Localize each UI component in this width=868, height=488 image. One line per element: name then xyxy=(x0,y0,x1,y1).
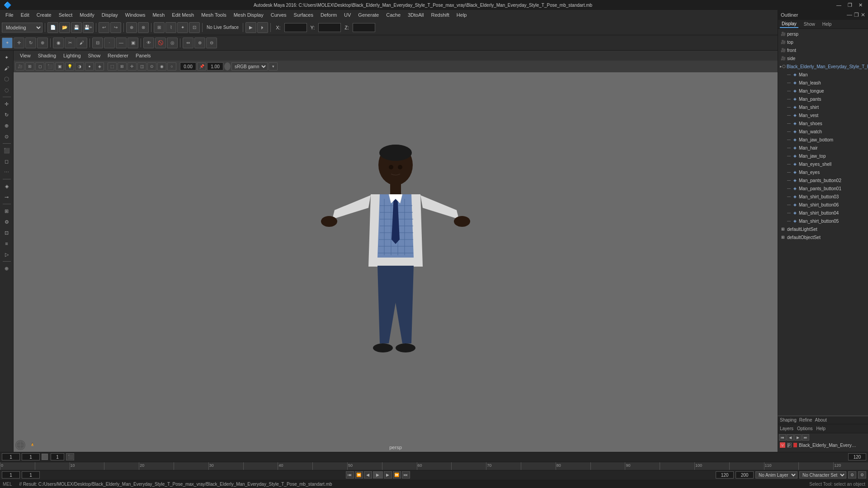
outliner-item-pants-btn02[interactable]: ◈ Man_pants_button02 xyxy=(778,176,868,184)
minimize-button[interactable]: — xyxy=(835,2,843,8)
char-set-settings-button[interactable]: ⚙ xyxy=(858,471,866,479)
outliner-item-man-hair[interactable]: ◈ Man_hair xyxy=(778,144,868,152)
menu-redshift[interactable]: Redshift xyxy=(427,11,453,19)
layer-tab-layers[interactable]: Layers xyxy=(780,426,793,431)
layer-next-next-button[interactable]: ⏭ xyxy=(802,434,809,441)
next-key-button[interactable]: ⏩ xyxy=(393,471,401,479)
window-controls[interactable]: — ❐ ✕ xyxy=(835,2,864,8)
timeline-current2-input[interactable] xyxy=(51,453,64,460)
snap-grid-button[interactable]: ⊞ xyxy=(154,22,165,33)
bottom-tool-side[interactable]: ⊕ xyxy=(2,263,12,273)
workspace-dropdown[interactable]: Modeling xyxy=(2,23,42,33)
outliner-item-default-light-set[interactable]: ⊞ defaultLightSet xyxy=(778,225,868,233)
brush-tool-side[interactable]: ◌ xyxy=(2,85,12,95)
outliner-tab-help[interactable]: Help xyxy=(821,21,834,28)
vert-mode-button[interactable]: · xyxy=(104,38,115,48)
layer-tab-options[interactable]: Options xyxy=(797,426,812,431)
obj-mode-button[interactable]: ⊟ xyxy=(92,38,103,48)
timeline-range-start-input[interactable] xyxy=(2,471,20,479)
ipr-render-button[interactable]: ⏵ xyxy=(257,22,268,33)
viewport-renderer-menu[interactable]: Renderer xyxy=(104,52,132,59)
viewport-shading-menu[interactable]: Shading xyxy=(34,52,60,59)
bridge-tool-side[interactable]: ⋯ xyxy=(2,167,12,177)
vt-camera-btn[interactable]: 🎥 xyxy=(15,62,24,70)
viewport-view-menu[interactable]: View xyxy=(16,52,34,59)
grid-tool-side[interactable]: ⊞ xyxy=(2,206,12,216)
save-as-button[interactable]: 💾+ xyxy=(83,22,94,33)
outliner-item-group[interactable]: ▸ ⬡ Black_Elderly_Man_Everyday_Style_T_P… xyxy=(778,62,868,70)
vt-aa-btn[interactable]: ◈ xyxy=(95,62,104,70)
timeline-current-input[interactable] xyxy=(22,453,40,460)
show-all-button[interactable]: 👁 xyxy=(143,38,154,48)
outliner-item-man-jaw-bottom[interactable]: ◈ Man_jaw_bottom xyxy=(778,136,868,144)
select-mode-button[interactable]: ⊕ xyxy=(126,22,137,33)
menu-cache[interactable]: Cache xyxy=(382,11,404,19)
soft-select-button[interactable]: ◉ xyxy=(53,38,64,48)
undo-button[interactable]: ↩ xyxy=(99,22,109,33)
menu-windows[interactable]: Windows xyxy=(122,11,149,19)
outliner-item-man-pants[interactable]: ◈ Man_pants xyxy=(778,95,868,103)
menu-uv[interactable]: UV xyxy=(340,11,354,19)
outliner-close-button[interactable]: ✕ xyxy=(861,12,865,18)
outliner-dock-button[interactable]: ❐ xyxy=(854,12,859,18)
extrude-tool-side[interactable]: ⬛ xyxy=(2,145,12,155)
rotate-tool-side[interactable]: ↻ xyxy=(2,110,12,120)
outliner-tab-display[interactable]: Display xyxy=(780,20,798,28)
select-tool-side[interactable]: ✦ xyxy=(2,52,12,62)
layer-visibility[interactable]: V xyxy=(780,442,785,448)
layer-next-button[interactable]: ▶ xyxy=(794,434,802,441)
vt-isolate-btn[interactable]: ⊙ xyxy=(147,62,156,70)
vt-smooth-btn[interactable]: ⬛ xyxy=(45,62,54,70)
vt-ao-btn[interactable]: ● xyxy=(85,62,94,70)
menu-edit-mesh[interactable]: Edit Mesh xyxy=(168,11,198,19)
viewport-lighting-menu[interactable]: Lighting xyxy=(60,52,85,59)
menu-deform[interactable]: Deform xyxy=(317,11,340,19)
lasso-select-button[interactable]: ⊗ xyxy=(138,22,149,33)
outliner-item-shirt-btn05[interactable]: ◈ Man_shirt_button05 xyxy=(778,217,868,225)
maximize-button[interactable]: ❐ xyxy=(846,2,854,8)
paint-tool-side[interactable]: 🖌 xyxy=(2,63,12,73)
move-tool-button[interactable]: ✛ xyxy=(14,38,24,48)
outliner-item-top[interactable]: 🎥 top xyxy=(778,38,868,46)
settings-tool-side[interactable]: ⚙ xyxy=(2,217,12,227)
menu-select[interactable]: Select xyxy=(55,11,76,19)
menu-3dtoall[interactable]: 3DtoAll xyxy=(404,11,427,19)
outliner-item-man-eyes[interactable]: ◈ Man_eyes xyxy=(778,168,868,176)
menu-help[interactable]: Help xyxy=(453,11,471,19)
outliner-item-man-vest[interactable]: ◈ Man_vest xyxy=(778,111,868,119)
bottom-tab-about[interactable]: About xyxy=(815,418,827,422)
vt-color-mgr-btn[interactable] xyxy=(224,62,231,70)
go-end-button[interactable]: ⏭ xyxy=(402,471,410,479)
outliner-item-front[interactable]: 🎥 front xyxy=(778,46,868,54)
deform-tool-side[interactable]: ⊸ xyxy=(2,192,12,202)
play-button[interactable]: ▶ xyxy=(373,471,383,479)
timeline-ruler[interactable]: (function() { const ruler = document.get… xyxy=(0,462,868,470)
outliner-item-man-leash[interactable]: ◈ Man_leash xyxy=(778,79,868,87)
timeline-out-range-input[interactable] xyxy=(736,471,754,479)
vt-wireframe2-btn[interactable]: ⬚ xyxy=(108,62,117,70)
rotate-tool-button[interactable]: ↻ xyxy=(25,38,36,48)
isolate-button[interactable]: ◎ xyxy=(167,38,178,48)
menu-edit[interactable]: Edit xyxy=(17,11,33,19)
layer-prev-prev-button[interactable]: ⏮ xyxy=(779,434,786,441)
vt-cam-btn2[interactable]: ○ xyxy=(167,62,176,70)
menu-modify[interactable]: Modify xyxy=(76,11,98,19)
crease-tool-side[interactable]: ◈ xyxy=(2,181,12,191)
vt-value2-input[interactable] xyxy=(207,62,223,70)
vt-manip-btn[interactable]: ✛ xyxy=(127,62,137,70)
layout-tool-side[interactable]: ⊡ xyxy=(2,228,12,238)
sculpt-tool-side[interactable]: 〇 xyxy=(2,74,12,84)
options-tool-side[interactable]: ≡ xyxy=(2,239,12,249)
vt-tex-btn[interactable]: ▣ xyxy=(55,62,64,70)
prev-key-button[interactable]: ⏪ xyxy=(355,471,363,479)
redo-button[interactable]: ↪ xyxy=(110,22,121,33)
snap-view-button[interactable]: ⊡ xyxy=(189,22,200,33)
anim-settings-button[interactable]: ⚙ xyxy=(848,471,856,479)
combine-button[interactable]: ⊕ xyxy=(194,38,205,48)
hide-selected-button[interactable]: 🚫 xyxy=(155,38,166,48)
next-frame-button[interactable]: ▶ xyxy=(384,471,392,479)
viewport[interactable]: View Shading Lighting Show Renderer Pane… xyxy=(14,51,778,452)
outliner-item-pants-btn01[interactable]: ◈ Man_pants_button01 xyxy=(778,184,868,192)
bottom-tab-refine[interactable]: Refine xyxy=(799,418,812,422)
vt-display-btn[interactable]: ⊞ xyxy=(25,62,34,70)
